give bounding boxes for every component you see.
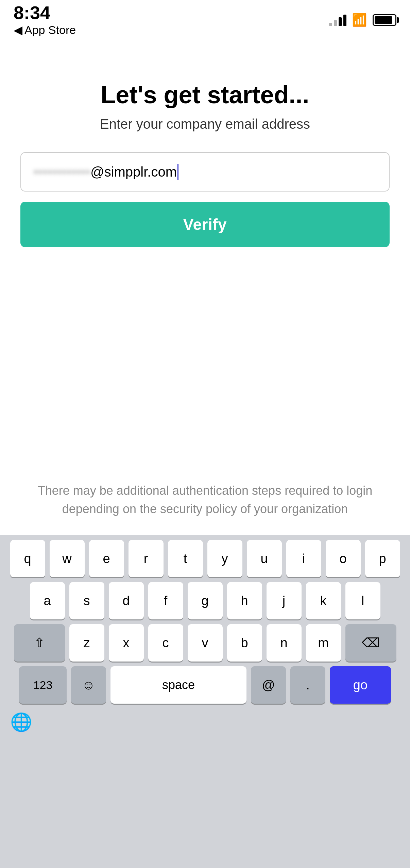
keyboard-row-4: 123 ☺ space @ . go	[3, 666, 407, 704]
status-left: 8:34 ◀ App Store	[14, 3, 76, 37]
signal-bars-icon	[329, 14, 346, 26]
email-input-field[interactable]: •••••••••••• @simpplr.com	[20, 152, 390, 192]
go-key[interactable]: go	[330, 666, 391, 704]
chevron-left-icon: ◀	[14, 23, 22, 37]
battery-icon	[373, 14, 396, 26]
auth-notice: There may be additional authentication s…	[0, 482, 410, 518]
key-n[interactable]: n	[267, 624, 302, 662]
key-f[interactable]: f	[148, 582, 183, 619]
key-d[interactable]: d	[109, 582, 144, 619]
key-e[interactable]: e	[89, 540, 124, 577]
key-h[interactable]: h	[227, 582, 262, 619]
status-time: 8:34	[14, 3, 76, 22]
back-button[interactable]: ◀ App Store	[14, 23, 76, 37]
text-cursor	[177, 164, 178, 180]
key-v[interactable]: v	[188, 624, 223, 662]
key-y[interactable]: y	[207, 540, 242, 577]
page-subheading: Enter your company email address	[100, 116, 310, 132]
verify-button[interactable]: Verify	[20, 202, 390, 247]
delete-key[interactable]: ⌫	[345, 624, 396, 662]
keyboard-bottom-row: 🌐	[3, 708, 407, 743]
numbers-key[interactable]: 123	[19, 666, 67, 704]
keyboard: q w e r t y u i o p a s d f g h j k l ⇧ …	[0, 535, 410, 868]
email-domain-part: @simpplr.com	[90, 164, 177, 180]
back-label: App Store	[24, 23, 76, 37]
key-c[interactable]: c	[148, 624, 183, 662]
key-u[interactable]: u	[247, 540, 282, 577]
email-blurred-part: ••••••••••••	[33, 164, 90, 180]
key-j[interactable]: j	[267, 582, 302, 619]
key-t[interactable]: t	[168, 540, 203, 577]
key-s[interactable]: s	[69, 582, 104, 619]
page-heading: Let's get started...	[101, 82, 309, 108]
email-input-container: •••••••••••• @simpplr.com	[20, 152, 390, 192]
key-i[interactable]: i	[286, 540, 321, 577]
key-m[interactable]: m	[306, 624, 341, 662]
main-content: Let's get started... Enter your company …	[0, 34, 410, 247]
key-z[interactable]: z	[69, 624, 104, 662]
globe-icon[interactable]: 🌐	[10, 712, 32, 733]
space-key[interactable]: space	[110, 666, 246, 704]
email-input-text: •••••••••••• @simpplr.com	[33, 164, 377, 180]
keyboard-row-1: q w e r t y u i o p	[3, 540, 407, 577]
wifi-icon: 📶	[352, 13, 367, 27]
at-key[interactable]: @	[251, 666, 286, 704]
key-a[interactable]: a	[30, 582, 65, 619]
dot-key[interactable]: .	[290, 666, 325, 704]
status-icons: 📶	[329, 13, 396, 27]
key-q[interactable]: q	[10, 540, 45, 577]
key-p[interactable]: p	[365, 540, 400, 577]
battery-fill	[375, 16, 392, 24]
key-b[interactable]: b	[227, 624, 262, 662]
key-w[interactable]: w	[50, 540, 85, 577]
shift-key[interactable]: ⇧	[14, 624, 65, 662]
key-o[interactable]: o	[326, 540, 361, 577]
status-bar: 8:34 ◀ App Store 📶	[0, 0, 410, 34]
key-r[interactable]: r	[129, 540, 164, 577]
key-k[interactable]: k	[306, 582, 341, 619]
key-l[interactable]: l	[345, 582, 380, 619]
key-g[interactable]: g	[188, 582, 223, 619]
key-x[interactable]: x	[109, 624, 144, 662]
keyboard-row-3: ⇧ z x c v b n m ⌫	[3, 624, 407, 662]
emoji-key[interactable]: ☺	[71, 666, 106, 704]
keyboard-row-2: a s d f g h j k l	[3, 582, 407, 619]
